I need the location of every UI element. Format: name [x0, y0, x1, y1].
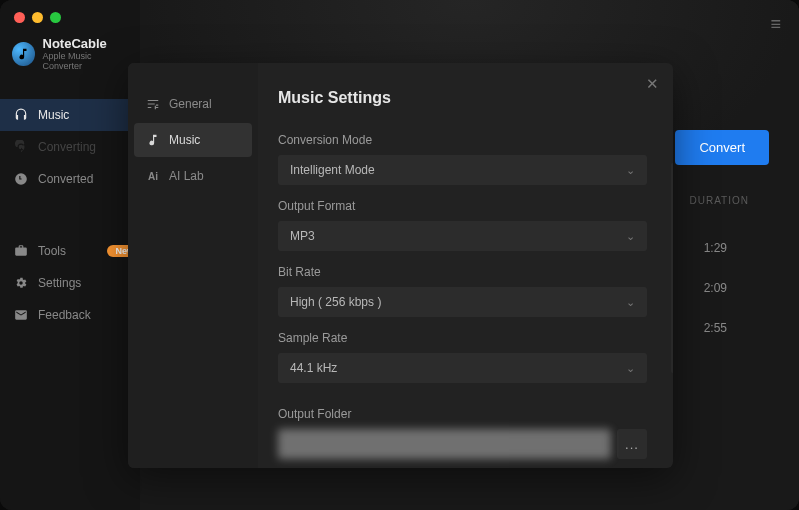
field-label-sample-rate: Sample Rate	[278, 331, 647, 345]
brand-subtitle: Apple Music Converter	[43, 51, 128, 71]
tab-general[interactable]: General	[134, 87, 252, 121]
close-icon[interactable]: ✕	[646, 75, 659, 93]
minimize-window-icon[interactable]	[32, 12, 43, 23]
select-output-format[interactable]: MP3 ⌄	[278, 221, 647, 251]
panel-title: Music Settings	[278, 89, 647, 107]
select-value: High ( 256 kbps )	[290, 295, 381, 309]
brand: NoteCable Apple Music Converter	[0, 30, 140, 89]
select-sample-rate[interactable]: 44.1 kHz ⌄	[278, 353, 647, 383]
window-controls	[14, 12, 61, 23]
column-header-duration: DURATION	[690, 195, 749, 206]
hamburger-menu-icon[interactable]: ≡	[770, 14, 781, 35]
brand-title: NoteCable	[43, 36, 128, 51]
tab-label: Music	[169, 133, 200, 147]
mail-icon	[14, 308, 28, 322]
sidebar: NoteCable Apple Music Converter Music Co…	[0, 0, 140, 510]
track-duration: 2:09	[704, 281, 727, 295]
sidebar-item-converting[interactable]: Converting	[0, 131, 140, 163]
refresh-icon	[14, 140, 28, 154]
sliders-icon	[146, 97, 160, 111]
chevron-down-icon: ⌄	[626, 164, 635, 177]
chevron-down-icon: ⌄	[626, 296, 635, 309]
settings-panel: Music Settings Conversion Mode Intellige…	[258, 63, 673, 468]
sidebar-item-label: Converted	[38, 172, 93, 186]
tab-ai-lab[interactable]: Ai AI Lab	[134, 159, 252, 193]
chevron-down-icon: ⌄	[626, 230, 635, 243]
music-icon	[146, 133, 160, 147]
gear-icon	[14, 276, 28, 290]
chevron-down-icon: ⌄	[626, 362, 635, 375]
select-bit-rate[interactable]: High ( 256 kbps ) ⌄	[278, 287, 647, 317]
select-value: 44.1 kHz	[290, 361, 337, 375]
sidebar-item-label: Converting	[38, 140, 96, 154]
convert-button[interactable]: Convert	[675, 130, 769, 165]
track-duration: 2:55	[704, 321, 727, 335]
sidebar-item-label: Settings	[38, 276, 81, 290]
output-folder-input[interactable]	[278, 429, 611, 459]
headphones-icon	[14, 108, 28, 122]
toolbox-icon	[14, 244, 28, 258]
tab-label: AI Lab	[169, 169, 204, 183]
app-window: ≡ NoteCable Apple Music Converter Music …	[0, 0, 799, 510]
tab-music[interactable]: Music	[134, 123, 252, 157]
track-duration: 1:29	[704, 241, 727, 255]
field-label-conversion-mode: Conversion Mode	[278, 133, 647, 147]
select-value: MP3	[290, 229, 315, 243]
sidebar-item-label: Music	[38, 108, 69, 122]
sidebar-item-music[interactable]: Music	[0, 99, 140, 131]
app-logo-icon	[12, 42, 35, 66]
sidebar-item-label: Tools	[38, 244, 66, 258]
sidebar-item-label: Feedback	[38, 308, 91, 322]
sidebar-item-tools[interactable]: Tools New	[0, 235, 140, 267]
field-label-output-folder: Output Folder	[278, 407, 647, 421]
select-value: Intelligent Mode	[290, 163, 375, 177]
ai-icon: Ai	[146, 171, 160, 182]
sidebar-item-settings[interactable]: Settings	[0, 267, 140, 299]
scrollbar[interactable]	[671, 163, 673, 373]
select-conversion-mode[interactable]: Intelligent Mode ⌄	[278, 155, 647, 185]
fullscreen-window-icon[interactable]	[50, 12, 61, 23]
settings-modal: ✕ General Music Ai AI Lab Music Settings…	[128, 63, 673, 468]
close-window-icon[interactable]	[14, 12, 25, 23]
tab-label: General	[169, 97, 212, 111]
field-label-bit-rate: Bit Rate	[278, 265, 647, 279]
sidebar-item-converted[interactable]: Converted	[0, 163, 140, 195]
field-label-output-format: Output Format	[278, 199, 647, 213]
browse-folder-button[interactable]: ...	[617, 429, 647, 459]
clock-icon	[14, 172, 28, 186]
sidebar-item-feedback[interactable]: Feedback	[0, 299, 140, 331]
settings-tabs: General Music Ai AI Lab	[128, 63, 258, 468]
